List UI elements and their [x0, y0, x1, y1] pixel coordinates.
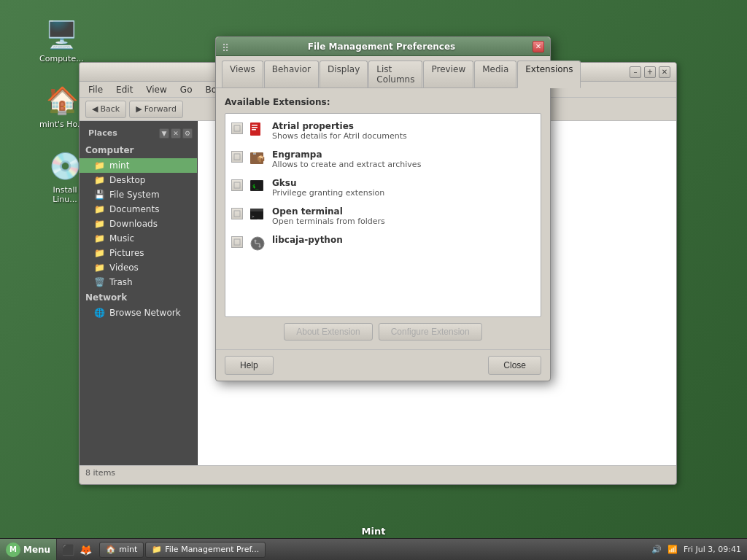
sidebar-item-videos[interactable]: 📁 Videos: [80, 260, 197, 275]
sidebar-item-mint[interactable]: 📁 mint: [80, 158, 197, 173]
sidebar-item-pictures[interactable]: 📁 Pictures: [80, 246, 197, 260]
downloads-folder-icon: 📁: [94, 219, 105, 229]
svg-rect-9: [252, 127, 258, 128]
gksu-info: Gksu Privilege granting extension: [272, 178, 535, 198]
engrampa-info: Engrampa Allows to create and extract ar…: [272, 149, 535, 169]
dialog-content: Available Extensions:: [216, 88, 550, 349]
atril-info: Atrial properties Shows details for Atri…: [272, 121, 535, 141]
music-folder-icon: 📁: [94, 233, 105, 244]
desktop-folder-icon: 📁: [94, 175, 105, 185]
taskbar-browser-icon[interactable]: 🦊: [77, 542, 93, 558]
taskbar-time: Fri Jul 3, 09:41: [684, 545, 741, 554]
taskbar-terminal-icon[interactable]: ⬛: [60, 542, 76, 558]
tab-display[interactable]: Display: [320, 61, 368, 88]
sidebar-item-documents[interactable]: 📁 Documents: [80, 202, 197, 217]
mint-folder-icon: 📁: [94, 160, 105, 171]
home-icon: 🏠: [44, 83, 80, 118]
tab-preview[interactable]: Preview: [423, 61, 473, 88]
sidebar-item-browse-network-label: Browse Network: [109, 308, 181, 318]
fm-sidebar: Places ▼ ✕ ⚙ Computer 📁 mint 📁 Deskt: [80, 121, 198, 465]
svg-text:$_: $_: [252, 184, 259, 190]
network-header-label: Network: [85, 292, 127, 303]
sidebar-item-pictures-label: Pictures: [109, 248, 144, 258]
engrampa-desc: Allows to create and extract archives: [272, 160, 535, 169]
sidebar-item-music-label: Music: [109, 233, 134, 244]
places-settings-btn[interactable]: ⚙: [182, 128, 193, 139]
tab-behavior[interactable]: Behavior: [264, 61, 319, 88]
sidebar-item-downloads-label: Downloads: [109, 219, 158, 229]
fm-forward-btn[interactable]: ▶ Forward: [129, 101, 183, 118]
svg-point-27: [259, 246, 261, 248]
sidebar-item-mint-label: mint: [109, 160, 129, 171]
install-icon: 💿: [47, 149, 82, 184]
atril-checkbox[interactable]: [231, 122, 243, 134]
documents-folder-icon: 📁: [94, 204, 105, 214]
close-btn[interactable]: Close: [488, 356, 541, 375]
extension-libcaja-python[interactable]: libcaja-python: [228, 230, 538, 257]
sidebar-item-trash-label: Trash: [109, 277, 133, 287]
sidebar-item-music[interactable]: 📁 Music: [80, 231, 197, 246]
svg-rect-10: [252, 129, 256, 131]
sidebar-item-browse-network[interactable]: 🌐 Browse Network: [80, 306, 197, 320]
taskbar-app-mint[interactable]: 🏠 mint: [99, 542, 144, 558]
desktop-icon-computer[interactable]: 🖥️ Compute...: [36, 15, 87, 66]
gksu-checkbox[interactable]: [231, 179, 243, 191]
libcaja-python-checkbox[interactable]: [231, 236, 243, 248]
sidebar-item-downloads[interactable]: 📁 Downloads: [80, 217, 197, 231]
mint-label: Mint: [362, 526, 386, 537]
fm-menu-edit[interactable]: Edit: [110, 83, 139, 96]
taskbar-volume-icon[interactable]: 🔊: [651, 545, 662, 554]
taskbar-app-mint-icon: 🏠: [106, 545, 116, 554]
libcaja-python-icon: [249, 235, 266, 252]
extension-atril[interactable]: Atrial properties Shows details for Atri…: [228, 117, 538, 145]
fm-menu-go[interactable]: Go: [174, 83, 198, 96]
taskbar-apps: 🏠 mint 📁 File Management Pref...: [96, 542, 646, 558]
fm-menu-view[interactable]: View: [140, 83, 172, 96]
tab-views[interactable]: Views: [222, 61, 263, 88]
dialog-title: File Management Preferences: [231, 42, 533, 52]
fm-close-btn[interactable]: ✕: [659, 66, 670, 78]
fm-menu-file[interactable]: File: [82, 83, 109, 96]
help-btn[interactable]: Help: [225, 356, 274, 375]
tab-list-columns[interactable]: List Columns: [368, 61, 422, 88]
taskbar-menu-label: Menu: [23, 545, 50, 555]
fm-back-btn[interactable]: ◀ Back: [85, 101, 126, 118]
extension-engrampa[interactable]: 📦 Engrampa Allows to create and extract …: [228, 145, 538, 174]
taskbar-app-prefs[interactable]: 📁 File Management Pref...: [145, 542, 266, 558]
taskbar-menu-btn[interactable]: M Menu: [0, 539, 57, 560]
tab-media[interactable]: Media: [474, 61, 516, 88]
configure-extension-btn[interactable]: Configure Extension: [379, 323, 482, 341]
videos-folder-icon: 📁: [94, 262, 105, 273]
about-extension-btn[interactable]: About Extension: [284, 323, 372, 341]
preferences-dialog: ⠿ File Management Preferences ✕ Views Be…: [215, 36, 551, 381]
fm-statusbar: 8 items: [80, 465, 676, 480]
extensions-list: Atrial properties Shows details for Atri…: [225, 113, 541, 317]
computer-header: Computer: [80, 142, 197, 158]
network-header: Network: [80, 289, 197, 306]
sidebar-item-filesystem[interactable]: 💾 File System: [80, 187, 197, 202]
engrampa-name: Engrampa: [272, 149, 535, 160]
fm-minimize-btn[interactable]: –: [630, 66, 641, 78]
extension-open-terminal[interactable]: > _ Open terminal Open terminals from fo…: [228, 202, 538, 230]
available-extensions-label: Available Extensions:: [225, 97, 541, 107]
sidebar-item-desktop[interactable]: 📁 Desktop: [80, 173, 197, 187]
extension-gksu[interactable]: $_ Gksu Privilege granting extension: [228, 174, 538, 202]
svg-rect-16: [234, 182, 240, 188]
dialog-footer: Help Close: [216, 349, 550, 381]
open-terminal-checkbox[interactable]: [231, 208, 243, 219]
places-close-btn[interactable]: ✕: [171, 128, 181, 139]
computer-icon-label: Compute...: [39, 54, 84, 63]
tab-extensions[interactable]: Extensions: [517, 61, 581, 88]
dialog-titlebar: ⠿ File Management Preferences ✕: [216, 37, 550, 56]
fm-maximize-btn[interactable]: +: [644, 66, 656, 78]
svg-rect-20: [234, 211, 240, 217]
sidebar-item-documents-label: Documents: [109, 204, 159, 214]
sidebar-item-trash[interactable]: 🗑️ Trash: [80, 275, 197, 289]
taskbar-network-icon[interactable]: 📶: [667, 545, 678, 554]
svg-text:📦: 📦: [257, 155, 266, 163]
trash-icon: 🗑️: [94, 277, 105, 287]
dialog-grip-icon: ⠿: [222, 42, 231, 51]
dialog-close-btn[interactable]: ✕: [533, 41, 544, 52]
engrampa-checkbox[interactable]: [231, 151, 243, 163]
places-manage-btn[interactable]: ▼: [159, 128, 169, 139]
